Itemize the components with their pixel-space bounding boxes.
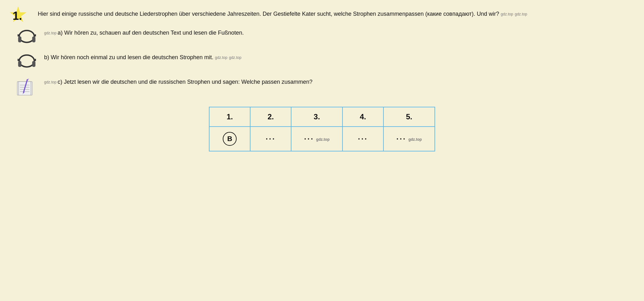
table-cell-5: ··· gdz.top [383,127,435,151]
headphones-icon-b [16,53,38,72]
part-c-row: gdz.top c) Jetzt lesen wir die deutschen… [13,77,631,98]
part-b-content: b) Wir hören noch einmal zu und lesen di… [44,54,213,60]
part-a-row: gdz.top a) Wir hören zu, schauen auf den… [13,28,631,47]
table-header-1: 1. [209,107,250,127]
table-cell-4: ··· [342,127,383,151]
part-c-text: gdz.top c) Jetzt lesen wir die deutschen… [44,77,631,87]
dots-3: ··· [304,134,314,143]
svg-rect-1 [18,37,21,43]
number-label: 1. [13,9,22,22]
svg-point-5 [19,55,34,67]
part-c-content: c) Jetzt lesen wir die deutschen und die… [58,79,313,85]
part-b-row: b) Wir hören noch einmal zu und lesen di… [13,53,631,72]
table-answer-row: B ··· ··· gdz.top ··· ··· gdz.top [209,127,435,151]
table-header-2: 2. [250,107,291,127]
svg-point-0 [19,31,34,43]
dots-4: ··· [358,134,368,143]
watermark-1: gdz.top [501,12,513,16]
exercise-header-text: Hier sind einige russische und deutsche … [38,9,631,19]
dots-5: ··· [396,134,406,143]
answer-b-circled: B [223,132,237,146]
svg-rect-7 [32,61,35,67]
table-section: 1. 2. 3. 4. 5. B ··· ··· [13,107,631,151]
headphones-icon-a [16,28,38,47]
watermark-2: gdz.top [515,12,527,16]
table-header-3: 3. [291,107,342,127]
table-header-5: 5. [383,107,435,127]
part-b-text: b) Wir hören noch einmal zu und lesen di… [44,53,631,62]
part-a-text: gdz.top a) Wir hören zu, schauen auf den… [44,28,631,37]
watermark-a: gdz.top [44,31,58,35]
dots-2: ··· [266,134,276,143]
exercise-container: 1. Hier sind einige russische und deutsc… [13,9,631,151]
table-header-4: 4. [342,107,383,127]
book-pen-icon [16,77,38,98]
svg-rect-2 [32,37,35,43]
table-cell-1: B [209,127,250,151]
exercise-header: 1. Hier sind einige russische und deutsc… [13,9,631,23]
watermark-t2: gdz.top [408,137,422,142]
answer-table: 1. 2. 3. 4. 5. B ··· ··· [209,107,435,151]
header-text-content: Hier sind einige russische und deutsche … [38,11,499,17]
svg-rect-6 [18,61,21,67]
watermark-t1: gdz.top [316,137,330,142]
watermark-b2: gdz.top [229,55,241,60]
table-cell-2: ··· [250,127,291,151]
watermark-c: gdz.top [44,80,58,84]
part-a-content: a) Wir hören zu, schauen auf den deutsch… [58,30,244,36]
watermark-b1: gdz.top [215,55,227,60]
exercise-number: 1. [13,9,32,23]
table-cell-3: ··· gdz.top [291,127,342,151]
table-header-row: 1. 2. 3. 4. 5. [209,107,435,127]
